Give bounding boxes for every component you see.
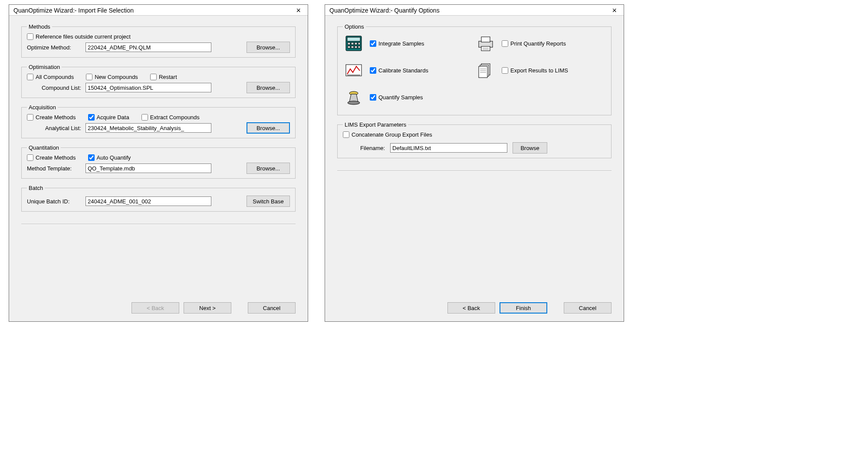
options-group: Options Integrate Samples (337, 23, 612, 115)
acquire-data-label: Acquire Data (97, 114, 129, 121)
auto-quantify-checkbox[interactable]: Auto Quantify (88, 154, 131, 161)
analytical-list-label: Analytical List: (27, 125, 81, 131)
unique-batch-label: Unique Batch ID: (27, 198, 81, 205)
export-lims-input[interactable] (502, 67, 508, 74)
method-template-browse-button[interactable]: Browse... (247, 163, 290, 174)
lims-filename-label: Filename: (360, 145, 385, 151)
svg-point-24 (348, 101, 360, 105)
extract-compounds-input[interactable] (141, 114, 148, 121)
switch-base-button[interactable]: Switch Base (247, 196, 290, 207)
printer-icon (477, 34, 495, 52)
footer-separator (21, 224, 296, 225)
integrate-samples-label: Integrate Samples (378, 40, 424, 47)
new-compounds-input[interactable] (86, 74, 92, 80)
restart-label: Restart (159, 74, 177, 80)
extract-compounds-label: Extract Compounds (150, 114, 200, 121)
next-button[interactable]: Next > (184, 302, 231, 314)
window-title: QuanOptimize Wizard:- Import File Select… (13, 7, 134, 14)
svg-rect-12 (481, 46, 490, 51)
lims-filename-input[interactable] (390, 143, 507, 153)
all-compounds-input[interactable] (27, 74, 33, 80)
acq-create-methods-input[interactable] (27, 114, 33, 121)
lims-export-group: LIMS Export Parameters Concatenate Group… (337, 121, 612, 158)
concatenate-checkbox[interactable]: Concatenate Group Export Files (343, 131, 432, 138)
quant-create-methods-label: Create Methods (36, 154, 76, 161)
footer-separator (337, 170, 612, 171)
batch-legend: Batch (27, 185, 45, 191)
calculator-icon (345, 34, 363, 52)
quantify-samples-checkbox[interactable]: Quantify Samples (370, 94, 472, 101)
compound-list-label: Compound List: (27, 85, 81, 91)
acq-create-methods-checkbox[interactable]: Create Methods (27, 114, 76, 121)
analytical-list-input[interactable] (85, 123, 211, 133)
calibrate-standards-label: Calibrate Standards (378, 67, 428, 74)
quantify-samples-label: Quantify Samples (378, 94, 423, 101)
svg-rect-9 (358, 46, 360, 48)
optimisation-legend: Optimisation (27, 64, 62, 70)
calibrate-standards-input[interactable] (370, 67, 376, 74)
reference-outside-label: Reference files outside current project (36, 33, 131, 40)
svg-rect-2 (348, 42, 350, 45)
svg-rect-1 (347, 37, 360, 41)
quant-create-methods-input[interactable] (27, 154, 33, 161)
lims-export-legend: LIMS Export Parameters (343, 121, 408, 128)
lims-browse-button[interactable]: Browse (513, 142, 547, 154)
print-reports-checkbox[interactable]: Print Quantify Reports (502, 40, 604, 47)
wizard-footer: < Back Finish Cancel (337, 301, 612, 318)
quantify-samples-input[interactable] (370, 94, 376, 101)
integrate-samples-checkbox[interactable]: Integrate Samples (370, 40, 472, 47)
quant-create-methods-checkbox[interactable]: Create Methods (27, 154, 76, 161)
titlebar: QuanOptimize Wizard:- Quantify Options × (325, 5, 624, 16)
import-file-selection-dialog: QuanOptimize Wizard:- Import File Select… (9, 4, 308, 322)
restart-checkbox[interactable]: Restart (150, 74, 177, 80)
auto-quantify-label: Auto Quantify (97, 154, 131, 161)
cancel-button[interactable]: Cancel (564, 302, 612, 314)
close-icon[interactable]: × (293, 7, 303, 14)
compound-list-browse-button[interactable]: Browse... (247, 82, 290, 93)
compound-list-input[interactable] (85, 83, 211, 92)
acquire-data-checkbox[interactable]: Acquire Data (88, 114, 129, 121)
extract-compounds-checkbox[interactable]: Extract Compounds (141, 114, 200, 121)
dialog-body: Options Integrate Samples (325, 16, 624, 321)
export-lims-label: Export Results to LIMS (510, 67, 568, 74)
documents-icon (477, 61, 495, 79)
finish-button[interactable]: Finish (500, 302, 547, 314)
concatenate-input[interactable] (343, 131, 349, 138)
methods-group: Methods Reference files outside current … (21, 23, 296, 58)
acquire-data-input[interactable] (88, 114, 95, 121)
close-icon[interactable]: × (609, 7, 619, 14)
quantitation-legend: Quantitation (27, 144, 61, 151)
chart-icon (345, 61, 363, 79)
batch-group: Batch Unique Batch ID: Switch Base (21, 185, 296, 212)
methods-legend: Methods (27, 23, 52, 30)
quantitation-group: Quantitation Create Methods Auto Quantif… (21, 144, 296, 179)
titlebar: QuanOptimize Wizard:- Import File Select… (9, 5, 308, 16)
restart-input[interactable] (150, 74, 157, 80)
export-lims-checkbox[interactable]: Export Results to LIMS (502, 67, 604, 74)
print-reports-input[interactable] (502, 40, 508, 47)
svg-rect-19 (479, 66, 487, 78)
reference-outside-checkbox[interactable]: Reference files outside current project (27, 33, 131, 40)
auto-quantify-input[interactable] (88, 154, 95, 161)
calibrate-standards-checkbox[interactable]: Calibrate Standards (370, 67, 472, 74)
optimize-method-browse-button[interactable]: Browse... (247, 42, 290, 53)
concatenate-label: Concatenate Group Export Files (352, 131, 432, 138)
cancel-button[interactable]: Cancel (248, 302, 296, 314)
svg-rect-11 (481, 37, 490, 42)
acquisition-legend: Acquisition (27, 104, 58, 111)
print-reports-label: Print Quantify Reports (510, 40, 566, 47)
acquisition-group: Acquisition Create Methods Acquire Data … (21, 104, 296, 138)
unique-batch-input[interactable] (85, 196, 211, 206)
reference-outside-input[interactable] (27, 33, 33, 40)
all-compounds-label: All Compounds (36, 74, 74, 80)
all-compounds-checkbox[interactable]: All Compounds (27, 74, 74, 80)
method-template-input[interactable] (85, 163, 211, 173)
svg-rect-3 (351, 42, 354, 45)
back-button[interactable]: < Back (447, 302, 495, 314)
new-compounds-checkbox[interactable]: New Compounds (86, 74, 138, 80)
svg-rect-8 (355, 46, 357, 48)
integrate-samples-input[interactable] (370, 40, 376, 47)
analytical-list-browse-button[interactable]: Browse... (247, 122, 290, 134)
optimize-method-input[interactable] (85, 42, 211, 52)
method-template-label: Method Template: (27, 165, 81, 172)
